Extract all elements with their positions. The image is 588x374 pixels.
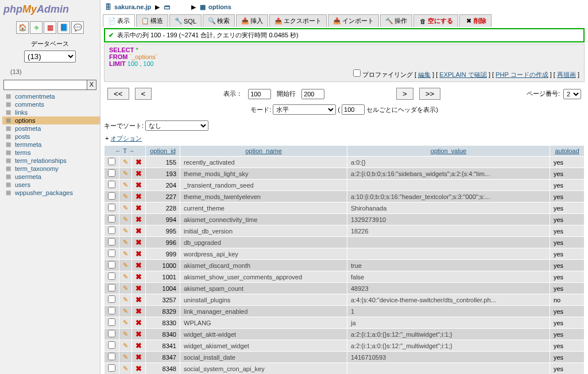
tab-SQL[interactable]: 🔧SQL bbox=[169, 14, 202, 27]
delete-icon[interactable]: ✖ bbox=[132, 294, 146, 306]
edit-icon[interactable]: ✎ bbox=[119, 180, 132, 191]
sql-refresh[interactable]: 再描画 bbox=[557, 71, 576, 78]
sidebar-table-termmeta[interactable]: termmeta bbox=[2, 141, 100, 149]
tab-挿入[interactable]: 📥挿入 bbox=[236, 14, 268, 27]
query-icon[interactable]: 💬 bbox=[71, 21, 84, 34]
options-link[interactable]: オプション bbox=[110, 135, 142, 142]
home-icon[interactable]: 🏠 bbox=[16, 21, 29, 34]
header-autoload[interactable]: autoload bbox=[550, 146, 585, 157]
edit-icon[interactable]: ✎ bbox=[119, 260, 132, 271]
edit-icon[interactable]: ✎ bbox=[119, 225, 132, 237]
edit-icon[interactable]: ✎ bbox=[119, 340, 132, 352]
row-checkbox[interactable] bbox=[108, 158, 115, 165]
sidebar-table-usermeta[interactable]: usermeta bbox=[2, 173, 100, 181]
edit-icon[interactable]: ✎ bbox=[119, 157, 132, 168]
delete-icon[interactable]: ✖ bbox=[132, 225, 146, 237]
delete-icon[interactable]: ✖ bbox=[132, 214, 146, 225]
sort-select[interactable]: なし bbox=[145, 120, 208, 131]
edit-icon[interactable]: ✎ bbox=[119, 306, 132, 317]
sql-icon[interactable]: ▦ bbox=[44, 21, 56, 34]
sql-php[interactable]: PHP コードの作成 bbox=[496, 71, 548, 78]
row-checkbox[interactable] bbox=[108, 341, 115, 349]
breadcrumb-table[interactable]: options bbox=[208, 3, 231, 10]
docs-icon[interactable]: 📘 bbox=[57, 21, 70, 34]
row-checkbox[interactable] bbox=[108, 181, 115, 188]
edit-icon[interactable]: ✎ bbox=[119, 352, 132, 363]
page-select[interactable]: 2 bbox=[563, 89, 581, 99]
sidebar-table-comments[interactable]: comments bbox=[2, 100, 100, 108]
tab-表示[interactable]: 📄表示 bbox=[103, 14, 135, 27]
sidebar-table-wppusher_packages[interactable]: wppusher_packages bbox=[2, 189, 100, 197]
delete-icon[interactable]: ✖ bbox=[132, 202, 146, 214]
mode-select[interactable]: 水平 bbox=[273, 104, 336, 115]
sidebar-table-posts[interactable]: posts bbox=[2, 133, 100, 141]
delete-icon[interactable]: ✖ bbox=[132, 271, 146, 283]
first-page-button[interactable]: << bbox=[107, 88, 129, 100]
tab-空にする[interactable]: 🗑空にする bbox=[413, 14, 458, 27]
row-checkbox[interactable] bbox=[108, 238, 115, 246]
table-search-input[interactable] bbox=[3, 80, 87, 90]
row-checkbox[interactable] bbox=[108, 169, 115, 177]
sidebar-table-links[interactable]: links bbox=[2, 108, 100, 116]
next-page-button[interactable]: > bbox=[396, 88, 413, 100]
edit-icon[interactable]: ✎ bbox=[119, 317, 132, 329]
row-checkbox[interactable] bbox=[108, 227, 115, 234]
row-checkbox[interactable] bbox=[108, 261, 115, 268]
tab-削除[interactable]: ✖削除 bbox=[459, 14, 492, 27]
sidebar-table-postmeta[interactable]: postmeta bbox=[2, 124, 100, 133]
edit-icon[interactable]: ✎ bbox=[119, 214, 132, 225]
clear-search[interactable]: X bbox=[87, 80, 96, 90]
delete-icon[interactable]: ✖ bbox=[132, 340, 146, 352]
edit-icon[interactable]: ✎ bbox=[119, 168, 132, 180]
sidebar-table-terms[interactable]: terms bbox=[2, 149, 100, 157]
header-option-id[interactable]: option_id bbox=[146, 146, 180, 157]
breadcrumb-db[interactable] bbox=[173, 3, 187, 10]
sql-edit[interactable]: 編集 bbox=[418, 71, 431, 78]
tab-操作[interactable]: 🔨操作 bbox=[380, 14, 412, 27]
sql-explain[interactable]: EXPLAIN で確認 bbox=[439, 71, 487, 78]
prev-page-button[interactable]: < bbox=[135, 88, 152, 100]
edit-icon[interactable]: ✎ bbox=[119, 237, 132, 248]
sidebar-table-commentmeta[interactable]: commentmeta bbox=[2, 92, 100, 100]
start-row-input[interactable] bbox=[301, 89, 324, 99]
last-page-button[interactable]: >> bbox=[419, 88, 441, 100]
row-checkbox[interactable] bbox=[108, 307, 115, 314]
row-checkbox[interactable] bbox=[108, 215, 115, 223]
row-checkbox[interactable] bbox=[108, 284, 115, 291]
row-checkbox[interactable] bbox=[108, 272, 115, 280]
row-checkbox[interactable] bbox=[108, 364, 115, 372]
sidebar-table-users[interactable]: users bbox=[2, 181, 100, 189]
tab-エクスポート[interactable]: 📤エクスポート bbox=[269, 14, 327, 27]
edit-icon[interactable]: ✎ bbox=[119, 191, 132, 202]
delete-icon[interactable]: ✖ bbox=[132, 363, 146, 375]
delete-icon[interactable]: ✖ bbox=[132, 157, 146, 168]
delete-icon[interactable]: ✖ bbox=[132, 306, 146, 317]
sidebar-table-options[interactable]: options bbox=[2, 116, 100, 124]
tab-検索[interactable]: 🔍検索 bbox=[203, 14, 235, 27]
row-checkbox[interactable] bbox=[108, 295, 115, 303]
delete-icon[interactable]: ✖ bbox=[132, 329, 146, 340]
edit-icon[interactable]: ✎ bbox=[119, 248, 132, 260]
edit-icon[interactable]: ✎ bbox=[119, 202, 132, 214]
row-checkbox[interactable] bbox=[108, 192, 115, 200]
edit-icon[interactable]: ✎ bbox=[119, 271, 132, 283]
delete-icon[interactable]: ✖ bbox=[132, 317, 146, 329]
edit-icon[interactable]: ✎ bbox=[119, 329, 132, 340]
rows-input[interactable] bbox=[248, 89, 271, 99]
delete-icon[interactable]: ✖ bbox=[132, 180, 146, 191]
breadcrumb-host[interactable]: sakura.ne.jp bbox=[114, 3, 151, 10]
delete-icon[interactable]: ✖ bbox=[132, 283, 146, 294]
row-checkbox[interactable] bbox=[108, 330, 115, 337]
row-checkbox[interactable] bbox=[108, 318, 115, 326]
tab-インポート[interactable]: 📥インポート bbox=[328, 14, 379, 27]
delete-icon[interactable]: ✖ bbox=[132, 237, 146, 248]
delete-icon[interactable]: ✖ bbox=[132, 191, 146, 202]
row-checkbox[interactable] bbox=[108, 250, 115, 257]
header-option-value[interactable]: option_value bbox=[347, 146, 550, 157]
edit-icon[interactable]: ✎ bbox=[119, 294, 132, 306]
row-checkbox[interactable] bbox=[108, 204, 115, 211]
sidebar-table-term_taxonomy[interactable]: term_taxonomy bbox=[2, 165, 100, 173]
database-select[interactable]: (13) bbox=[24, 50, 76, 63]
tab-構造[interactable]: 📋構造 bbox=[136, 14, 168, 27]
delete-icon[interactable]: ✖ bbox=[132, 168, 146, 180]
